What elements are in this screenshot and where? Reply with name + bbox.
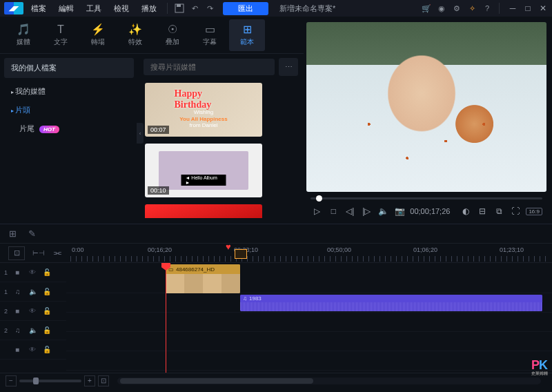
maximize-icon[interactable]: □ xyxy=(523,3,533,13)
play-icon[interactable]: ▷ xyxy=(310,205,323,217)
template-item[interactable] xyxy=(145,204,262,218)
aspect-ratio-button[interactable]: 16:9 xyxy=(526,208,542,215)
lock-icon[interactable]: 🔓 xyxy=(43,288,52,295)
scrub-bar[interactable] xyxy=(306,192,546,202)
tab-subtitle[interactable]: ▭字幕 xyxy=(192,19,228,51)
sidebar-item-my-media[interactable]: 我的媒體 xyxy=(0,82,138,101)
cart-icon[interactable]: 🛒 xyxy=(420,2,433,14)
track-header-audio-1: 1 ♫ 🔈 🔓 xyxy=(0,282,66,302)
compare-icon[interactable]: ⊟ xyxy=(476,205,489,217)
zoom-in-icon[interactable]: + xyxy=(84,375,95,386)
track-lane[interactable]: ♫1983 xyxy=(66,293,552,313)
lock-icon[interactable]: 🔓 xyxy=(43,268,52,276)
mute-icon[interactable]: 🔈 xyxy=(29,326,39,334)
track-header-video-1: 1 ■ 👁 🔓 xyxy=(0,263,66,282)
close-icon[interactable]: ✕ xyxy=(538,3,548,13)
track-add-icon[interactable]: ⊡ xyxy=(8,246,25,260)
svg-rect-1 xyxy=(177,4,181,7)
collapse-handle-icon[interactable]: ‹ xyxy=(137,123,144,144)
scrollbar-thumb[interactable] xyxy=(120,378,313,384)
lock-icon[interactable]: 🔓 xyxy=(43,346,52,353)
help-icon[interactable]: ? xyxy=(481,2,493,14)
marker-icon[interactable] xyxy=(226,242,235,251)
menu-edit[interactable]: 編輯 xyxy=(54,1,79,16)
zoom-icon[interactable]: ⧉ xyxy=(493,205,505,217)
hot-badge: HOT xyxy=(39,126,59,133)
template-sidebar: 我的個人檔案 我的媒體 片頭 片尾 HOT xyxy=(0,54,138,224)
zoom-slider[interactable] xyxy=(19,380,81,382)
track-lane[interactable] xyxy=(66,351,552,371)
video-clip[interactable]: ▭484686274_HD xyxy=(166,264,240,293)
preview-screen[interactable] xyxy=(306,22,546,192)
undo-icon[interactable]: ↶ xyxy=(188,2,201,14)
tracks-area: 1 ■ 👁 🔓 1 ♫ 🔈 🔓 2 ■ 👁 🔓 2 ♫ 🔈 � xyxy=(0,263,552,373)
menu-tools[interactable]: 工具 xyxy=(81,1,106,16)
template-item[interactable]: ◄ Hello Album ► 00:10 xyxy=(145,144,262,197)
link-icon[interactable]: ⫘ xyxy=(50,247,63,259)
volume-icon[interactable]: 🔈 xyxy=(377,205,389,217)
gear-icon[interactable]: ⚙ xyxy=(451,2,463,14)
export-button[interactable]: 匯出 xyxy=(223,2,268,15)
timeline-footer: − + ⊡ xyxy=(0,373,552,388)
save-icon[interactable] xyxy=(173,2,186,14)
marker-range[interactable] xyxy=(235,249,247,259)
search-input[interactable] xyxy=(144,59,275,75)
library-panel: 🎵媒體 T文字 ⚡轉場 ✨特效 ☉疊加 ▭字幕 ⊞範本 我的個人檔案 我的媒體 … xyxy=(0,17,304,224)
lock-icon[interactable]: 🔓 xyxy=(43,326,52,334)
category-tabs: 🎵媒體 T文字 ⚡轉場 ✨特效 ☉疊加 ▭字幕 ⊞範本 xyxy=(0,17,304,54)
track-header-video-2: 2 ■ 👁 🔓 xyxy=(0,302,66,321)
visibility-icon[interactable]: 👁 xyxy=(29,268,39,276)
user-icon[interactable]: ◉ xyxy=(435,2,448,14)
main-area: 🎵媒體 T文字 ⚡轉場 ✨特效 ☉疊加 ▭字幕 ⊞範本 我的個人檔案 我的媒體 … xyxy=(0,17,552,224)
track-lane[interactable] xyxy=(66,332,552,351)
track-lane[interactable] xyxy=(66,313,552,332)
video-track-icon: ■ xyxy=(15,268,25,276)
quality-icon[interactable]: ◐ xyxy=(460,205,472,217)
stop-icon[interactable]: □ xyxy=(327,205,339,217)
lock-icon[interactable]: 🔓 xyxy=(43,307,52,315)
scrub-thumb[interactable] xyxy=(316,195,322,202)
sidebar-item-outro[interactable]: 片尾 HOT xyxy=(0,119,138,138)
zoom-fit-icon[interactable]: ⊡ xyxy=(98,375,109,386)
menu-file[interactable]: 檔案 xyxy=(26,1,51,16)
redo-icon[interactable]: ↷ xyxy=(204,2,216,14)
horizontal-scrollbar[interactable] xyxy=(117,378,541,384)
playhead[interactable] xyxy=(166,263,166,373)
track-lane[interactable]: ▭484686274_HD xyxy=(66,263,552,293)
tab-transition[interactable]: ⚡轉場 xyxy=(80,19,116,51)
more-button[interactable]: ⋯ xyxy=(279,58,298,76)
tab-effects[interactable]: ✨特效 xyxy=(117,19,153,51)
audio-clip[interactable]: ♫1983 xyxy=(240,295,542,311)
notification-icon[interactable]: ✧ xyxy=(466,2,478,14)
video-track-icon: ■ xyxy=(15,346,25,353)
minimize-icon[interactable]: ─ xyxy=(508,3,518,13)
prev-frame-icon[interactable]: ◁| xyxy=(344,205,356,217)
zoom-thumb[interactable] xyxy=(33,378,39,384)
adjust-icon[interactable]: ⊞ xyxy=(6,228,19,240)
tab-overlay[interactable]: ☉疊加 xyxy=(155,19,190,51)
menu-view[interactable]: 檢視 xyxy=(109,1,134,16)
clip-name: 484686274_HD xyxy=(176,266,215,273)
next-frame-icon[interactable]: |▷ xyxy=(360,205,373,217)
watermark: PK史莱姆精 xyxy=(531,358,548,375)
fullscreen-icon[interactable]: ⛶ xyxy=(509,205,522,217)
template-item[interactable]: Happy Birthday WishingYou All Happinessf… xyxy=(145,83,262,137)
visibility-icon[interactable]: 👁 xyxy=(29,307,39,315)
ruler-mark: 01;06;20 xyxy=(413,246,437,253)
menu-play[interactable]: 播放 xyxy=(137,1,161,16)
zoom-out-icon[interactable]: − xyxy=(6,375,17,386)
track-lanes[interactable]: ▭484686274_HD ♫1983 xyxy=(66,263,552,373)
visibility-icon[interactable]: 👁 xyxy=(29,346,39,353)
tab-template[interactable]: ⊞範本 xyxy=(229,19,265,51)
sidebar-item-intro[interactable]: 片頭 xyxy=(0,101,138,119)
mute-icon[interactable]: 🔈 xyxy=(29,288,39,295)
tab-media[interactable]: 🎵媒體 xyxy=(6,19,41,51)
sidebar-header[interactable]: 我的個人檔案 xyxy=(4,58,134,78)
timeline-ruler[interactable]: 0:00 00;16;20 00;33;10 00;50;00 01;06;20… xyxy=(70,244,548,262)
tab-text[interactable]: T文字 xyxy=(43,19,79,51)
color-icon[interactable]: ✎ xyxy=(25,228,39,240)
magnet-icon[interactable]: ⊢⊣ xyxy=(32,247,46,259)
snapshot-icon[interactable]: 📷 xyxy=(393,205,406,217)
track-header-extra: ■ 👁 🔓 xyxy=(0,340,66,360)
clip-name: 1983 xyxy=(249,295,262,302)
